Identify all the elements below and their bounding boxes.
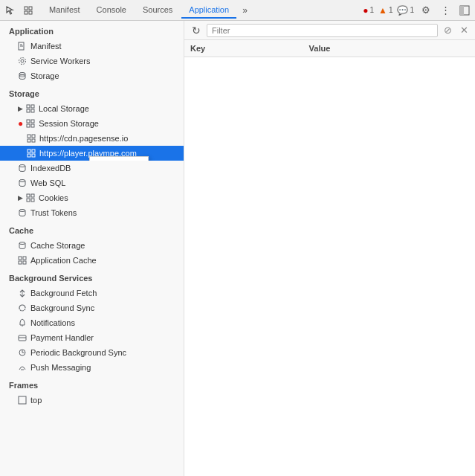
svg-rect-2: [25, 11, 28, 14]
bg-fetch-icon: [18, 289, 27, 298]
cursor-icon[interactable]: [3, 3, 18, 18]
sidebar-item-trust-tokens[interactable]: Trust Tokens: [0, 205, 184, 220]
top-label: top: [30, 396, 42, 405]
tab-list: Manifest Console Sources Application: [42, 2, 236, 19]
web-sql-icon: [18, 178, 27, 187]
svg-rect-5: [460, 6, 464, 15]
sidebar-item-notifications[interactable]: Notifications: [0, 315, 184, 330]
svg-rect-39: [19, 261, 22, 264]
block-icon[interactable]: ⊘: [441, 24, 454, 37]
svg-point-9: [21, 60, 24, 62]
warn-badge[interactable]: ▲ 1: [378, 5, 392, 16]
svg-point-11: [19, 73, 25, 75]
sidebar-item-service-workers[interactable]: Service Workers: [0, 54, 184, 68]
svg-rect-13: [27, 105, 30, 108]
sidebar-item-bg-sync[interactable]: Background Sync: [0, 300, 184, 315]
expand-cookies-icon: ▶: [18, 194, 23, 202]
svg-point-29: [19, 165, 25, 167]
session-storage-icon: [26, 119, 35, 128]
section-frames: Frames: [0, 375, 184, 393]
more-tabs-button[interactable]: »: [239, 4, 251, 17]
sidebar-item-web-sql[interactable]: Web SQL: [0, 176, 184, 190]
svg-rect-1: [29, 7, 32, 10]
section-cache: Cache: [0, 220, 184, 238]
bg-sync-label: Background Sync: [30, 303, 94, 312]
key-column-header: Key: [184, 42, 303, 54]
sidebar-item-session-player[interactable]: https://player.plaympe.com Clear: [0, 146, 184, 161]
clear-menu-item[interactable]: Clear: [90, 158, 148, 161]
svg-rect-31: [27, 194, 30, 197]
toolbar-right: ● 1 ▲ 1 💬 1 ⚙ ⋮: [363, 3, 472, 18]
sidebar-item-cookies[interactable]: ▶ Cookies: [0, 190, 184, 205]
cache-storage-icon: [18, 241, 27, 250]
svg-rect-38: [23, 257, 26, 260]
cookies-icon: [26, 193, 35, 202]
sidebar-item-manifest[interactable]: Manifest: [0, 39, 184, 54]
svg-rect-15: [27, 109, 30, 112]
manifest-label: Manifest: [30, 42, 62, 51]
bg-fetch-label: Background Fetch: [30, 289, 97, 298]
svg-rect-27: [28, 154, 30, 157]
svg-rect-24: [32, 139, 35, 142]
refresh-button[interactable]: ↻: [189, 23, 204, 38]
svg-rect-22: [32, 135, 35, 138]
sidebar: Application Manifest Service Workers Sto…: [0, 21, 184, 476]
section-storage: Storage: [0, 83, 184, 101]
svg-rect-33: [27, 199, 30, 202]
sidebar-item-app-cache[interactable]: Application Cache: [0, 253, 184, 268]
content-toolbar-right: ⊘ ✕: [441, 24, 471, 37]
sidebar-item-periodic-sync[interactable]: Periodic Background Sync: [0, 345, 184, 360]
payment-icon: [18, 333, 27, 342]
sidebar-item-session-cdn[interactable]: https://cdn.pagesense.io: [0, 131, 184, 146]
tab-elements[interactable]: Manifest: [42, 2, 88, 19]
tab-console[interactable]: Console: [89, 2, 134, 19]
content-toolbar: ↻ ⊘ ✕: [184, 21, 475, 40]
error-badge[interactable]: ● 1: [363, 5, 374, 16]
sidebar-item-storage-app[interactable]: Storage: [0, 68, 184, 83]
close-filter-icon[interactable]: ✕: [457, 24, 471, 37]
settings-icon[interactable]: ⚙: [419, 3, 433, 18]
sidebar-item-bg-fetch[interactable]: Background Fetch: [0, 286, 184, 300]
svg-rect-3: [29, 11, 32, 14]
svg-point-12: [19, 75, 25, 77]
sidebar-item-indexeddb[interactable]: IndexedDB: [0, 161, 184, 176]
payment-label: Payment Handler: [30, 333, 94, 342]
svg-rect-0: [25, 7, 28, 10]
svg-rect-19: [27, 124, 30, 127]
sidebar-item-payment[interactable]: Payment Handler: [0, 330, 184, 345]
svg-rect-16: [31, 109, 34, 112]
sidebar-item-top[interactable]: top: [0, 393, 184, 408]
svg-point-10: [19, 58, 26, 65]
indexeddb-label: IndexedDB: [30, 164, 71, 173]
sidebar-item-local-storage[interactable]: ▶ Local Storage: [0, 101, 184, 116]
svg-rect-23: [28, 139, 30, 142]
content-area: ↻ ⊘ ✕ Key Value: [184, 21, 475, 476]
sidebar-item-cache-storage[interactable]: Cache Storage: [0, 238, 184, 253]
box-select-icon[interactable]: [21, 3, 36, 18]
svg-rect-32: [31, 194, 34, 197]
tab-sources[interactable]: Sources: [135, 2, 180, 19]
gear-icon: [18, 57, 27, 65]
svg-rect-28: [32, 154, 35, 157]
local-storage-icon: [26, 104, 35, 113]
notifications-label: Notifications: [30, 318, 75, 327]
svg-rect-18: [31, 120, 34, 123]
svg-rect-20: [31, 124, 34, 127]
info-badge[interactable]: 💬 1: [397, 5, 414, 16]
push-icon: [18, 363, 27, 372]
svg-rect-40: [23, 261, 26, 264]
service-workers-label: Service Workers: [30, 57, 90, 65]
trust-tokens-icon: [18, 208, 27, 217]
tab-application[interactable]: Application: [181, 2, 236, 19]
session-storage-label: Session Storage: [39, 119, 99, 128]
sidebar-item-session-storage[interactable]: ● Session Storage: [0, 116, 184, 131]
trust-tokens-label: Trust Tokens: [30, 208, 77, 217]
sidebar-item-push[interactable]: Push Messaging: [0, 360, 184, 375]
svg-point-30: [19, 180, 25, 182]
cookies-label: Cookies: [39, 193, 68, 202]
dock-icon[interactable]: [457, 3, 472, 18]
more-options-icon[interactable]: ⋮: [438, 3, 453, 18]
svg-rect-17: [27, 120, 30, 123]
devtools-toolbar: Manifest Console Sources Application » ●…: [0, 0, 475, 21]
filter-input[interactable]: [207, 24, 438, 37]
